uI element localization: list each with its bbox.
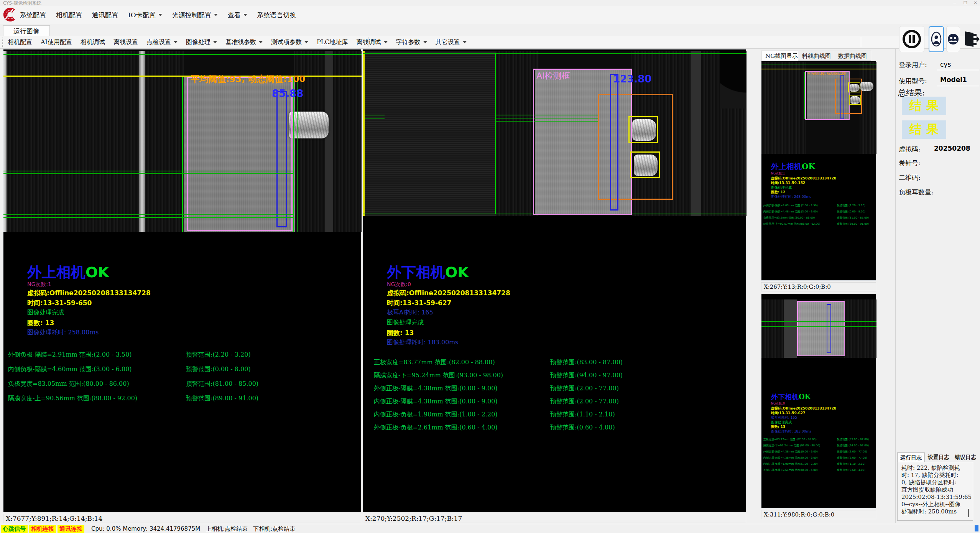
time-text: 时间:13-31-59-627 bbox=[387, 299, 451, 308]
log-line: 2025:02:08-13:31:59:65 bbox=[901, 494, 972, 500]
pause-button[interactable] bbox=[899, 26, 924, 52]
tab-settings-log[interactable]: 设置日志 bbox=[926, 452, 952, 462]
edge-line-green bbox=[495, 53, 496, 214]
ng-count-text: NG次数:0 bbox=[771, 401, 785, 406]
menu-system-config[interactable]: 系统配置 bbox=[20, 11, 46, 20]
user-button[interactable] bbox=[929, 26, 944, 52]
input-underline bbox=[937, 86, 979, 86]
ng-snapshot-view-lower[interactable]: 外下相机OK NG次数:0 虚拟码:Offline202502081331347… bbox=[761, 294, 876, 508]
sidebar-tab-strip: NG截图显示 料线曲线图 数据曲线图 bbox=[761, 51, 877, 61]
elapsed-text: 图像处理耗时: 183.00ms bbox=[387, 339, 458, 347]
measurement-row: 外侧正极-隔膜=4.38mm 范围:(0.00 - 9.00)预警范围:(2.0… bbox=[761, 450, 876, 454]
camera-view-lower[interactable]: AI检测框 123.80 外下相机OK NG次数:0 虚拟码:Offline20… bbox=[363, 49, 746, 512]
tab-data-curve[interactable]: 数据曲线图 bbox=[834, 51, 871, 61]
virtual-code-text: 虚拟码:Offline20250208133134728 bbox=[387, 289, 510, 298]
roll-pin-label: 卷针号: bbox=[899, 159, 921, 168]
chevron-down-icon bbox=[384, 41, 388, 43]
lower-camera-status: 下相机:点检结束 bbox=[253, 525, 295, 533]
menu-comm-config[interactable]: 通讯配置 bbox=[92, 11, 118, 20]
camera-view-upper[interactable]: 平均阈值:93, 动态阈值:100 85.88 外上相机OK NG次数:1 虚拟… bbox=[3, 49, 361, 512]
measurement-row: 内侧正极-负极=1.90mm 范围:(1.00 - 2.20)预警范围:(1.1… bbox=[363, 411, 746, 418]
minimize-button[interactable]: ─ bbox=[950, 0, 959, 6]
tool-camera-debug[interactable]: 相机调试 bbox=[81, 38, 105, 46]
virtual-code-label: 虚拟码: bbox=[899, 145, 921, 154]
menu-light-config[interactable]: 光源控制配置 bbox=[172, 11, 218, 20]
resize-grip[interactable] bbox=[975, 525, 978, 531]
ng-snapshot-image: 平均阈值:93, 动态阈值:100 bbox=[761, 62, 876, 154]
camera-result-title: 外下相机OK bbox=[387, 263, 469, 282]
edge-line-green bbox=[293, 77, 294, 232]
result-box-upper: 结果 bbox=[902, 97, 946, 115]
tool-other-settings[interactable]: 其它设置 bbox=[436, 38, 467, 46]
user-icon bbox=[931, 31, 942, 48]
tab-run-log[interactable]: 运行日志 bbox=[897, 452, 925, 462]
ng-snapshot-view-upper[interactable]: 平均阈值:93, 动态阈值:100 外上相机OK NG次数:1 虚拟码:Offl… bbox=[761, 61, 876, 281]
menu-view[interactable]: 查看 bbox=[228, 11, 247, 20]
input-underline bbox=[937, 70, 979, 70]
measure-line-green bbox=[365, 115, 385, 115]
app-window: CYS-视觉检测系统 ─ ❐ ✕ 系统配置 相机配置 通讯配置 IO卡配置 光源… bbox=[0, 0, 980, 533]
negative-tab-count-label: 负极耳数量: bbox=[899, 188, 934, 197]
measurement-row: 内侧正极-负极=1.90mm 范围:(1.00 - 2.20)预警范围:(1.1… bbox=[761, 462, 876, 467]
logout-button[interactable] bbox=[962, 25, 980, 53]
tool-image-processing[interactable]: 图像处理 bbox=[186, 38, 217, 46]
panel-divider bbox=[895, 49, 896, 523]
edge-line-green bbox=[297, 77, 298, 232]
tab-error-log[interactable]: 错误日志 bbox=[952, 452, 978, 462]
toolbar-divider bbox=[861, 37, 861, 47]
maximize-button[interactable]: ❐ bbox=[961, 0, 970, 6]
tool-baseline-params[interactable]: 基准线参数 bbox=[225, 38, 263, 46]
cursor-coords-snapshot-lower: X:311;Y:980;R:0;G:0;B:0 bbox=[761, 510, 876, 519]
log-line: 耗时: 222, 缺陷检测耗 bbox=[901, 464, 960, 472]
toolbar-grip[interactable] bbox=[2, 38, 5, 47]
measure-box-blue bbox=[276, 91, 287, 227]
menu-language-switch[interactable]: 系统语言切换 bbox=[257, 11, 296, 20]
elapsed-text: 图像处理耗时: 258.00ms bbox=[27, 329, 99, 337]
ng-snapshot-image bbox=[761, 299, 876, 358]
toolbar-divider bbox=[368, 37, 368, 47]
measure-box-blue bbox=[610, 74, 618, 211]
user-group-button[interactable] bbox=[946, 26, 960, 52]
camera-connection-indicator: 相机连接 bbox=[29, 525, 56, 533]
tab-line-curve[interactable]: 料线曲线图 bbox=[798, 51, 835, 61]
elapsed-text: 图像处理耗时: 183.00ms bbox=[771, 429, 811, 434]
tool-offline-debug[interactable]: 离线调试 bbox=[357, 38, 388, 46]
camera-image-lower: AI检测框 123.80 bbox=[363, 51, 747, 216]
measurement-row: 隔膜宽度-下=95.24mm 范围:(93.00 - 98.00)预警范围:(9… bbox=[363, 372, 746, 379]
log-output[interactable]: 耗时: 222, 缺陷检测耗 时: 17, 缺陷分类耗时: 0, 缺陷提取分区耗… bbox=[897, 462, 973, 521]
tool-camera-config[interactable]: 相机配置 bbox=[8, 38, 32, 46]
tool-char-params[interactable]: 字符参数 bbox=[396, 38, 427, 46]
measure-line-green bbox=[365, 118, 385, 119]
virtual-code-value: 20250208 bbox=[934, 145, 970, 152]
tool-offline-settings[interactable]: 离线设置 bbox=[113, 38, 138, 46]
tab-run-image[interactable]: 运行图像 bbox=[3, 25, 50, 36]
measurement-row: 外侧正极-负极=2.61mm 范围:(0.60 - 4.00)预警范围:(0.6… bbox=[363, 424, 746, 431]
reference-line-green bbox=[3, 54, 362, 55]
measurement-row: 内侧负极-隔膜=4.60mm 范围:(3.00 - 6.00)预警范围:(0.0… bbox=[3, 365, 361, 373]
tool-test-item-params[interactable]: 测试项参数 bbox=[271, 38, 308, 46]
menu-io-config[interactable]: IO卡配置 bbox=[128, 11, 162, 20]
edge-line-green bbox=[182, 77, 183, 232]
model-value[interactable]: Model1 bbox=[940, 76, 967, 84]
measurement-row: 外侧负极-隔膜=2.91mm 范围:(2.00 - 3.50)预警范围:(2.2… bbox=[3, 351, 361, 359]
close-button[interactable]: ✕ bbox=[971, 0, 980, 6]
tool-ai-usage-config[interactable]: AI使用配置 bbox=[41, 38, 72, 46]
menu-camera-config[interactable]: 相机配置 bbox=[56, 11, 82, 20]
reference-line-yellow bbox=[3, 76, 362, 77]
measure-value-overlay: 123.80 bbox=[613, 73, 651, 85]
measurement-row: 正极宽度=83.77mm 范围:(82.00 - 88.00)预警范围:(83.… bbox=[363, 359, 746, 366]
log-line: 直方图提取缺陷成功 bbox=[901, 486, 953, 494]
ng-count-text: NG次数:1 bbox=[771, 171, 785, 176]
chevron-down-icon bbox=[174, 41, 178, 43]
tool-spot-check[interactable]: 点检设置 bbox=[146, 38, 178, 46]
measurement-row: 外侧负极-隔膜=3.03mm 范围:(2.00 - 3.50)预警范围:(2.2… bbox=[761, 204, 876, 208]
chevron-down-icon bbox=[243, 14, 247, 16]
measurement-row: 内侧负极-隔膜=4.48mm 范围:(3.00 - 6.00)预警范围:(0.0… bbox=[761, 210, 876, 214]
login-user-value[interactable]: cys bbox=[940, 61, 951, 68]
ng-count-text: NG次数:1 bbox=[27, 281, 51, 288]
measurement-row: 负极宽度=83.2mm 范围:(80.00 - 86.00)预警范围:(81.0… bbox=[761, 216, 876, 220]
chevron-down-icon bbox=[213, 41, 217, 43]
model-label: 使用型号: bbox=[899, 77, 927, 86]
tool-plc-address[interactable]: PLC地址库 bbox=[317, 38, 348, 46]
tab-ng-snapshot[interactable]: NG截图显示 bbox=[761, 51, 802, 61]
